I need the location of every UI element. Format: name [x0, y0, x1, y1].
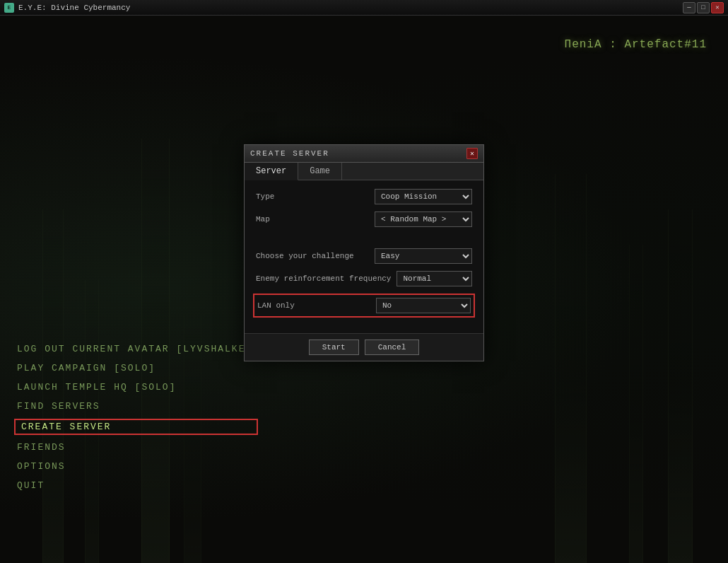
field-type: Type Coop Mission Deathmatch Team Deathm…	[256, 189, 472, 204]
select-reinforce[interactable]: Low Normal High	[397, 271, 472, 286]
label-type: Type	[256, 192, 369, 201]
dialog-title: CREATE SERVER	[250, 149, 329, 158]
select-challenge[interactable]: Easy Normal Hard	[375, 248, 472, 264]
label-lan: LAN only	[257, 301, 370, 310]
tab-server[interactable]: Server	[245, 163, 298, 180]
cancel-button[interactable]: Cancel	[365, 339, 420, 355]
field-lan: LAN only No Yes	[253, 294, 475, 318]
title-bar: E E.Y.E: Divine Cybermancy — □ ✕	[0, 0, 728, 16]
title-bar-left: E E.Y.E: Divine Cybermancy	[4, 3, 130, 13]
minimize-button[interactable]: —	[683, 2, 695, 13]
app-title: E.Y.E: Divine Cybermancy	[18, 4, 130, 12]
select-lan[interactable]: No Yes	[376, 298, 471, 313]
dialog-close-button[interactable]: ✕	[466, 148, 478, 159]
dialog-titlebar: CREATE SERVER ✕	[245, 145, 483, 163]
tab-game[interactable]: Game	[298, 163, 342, 180]
field-challenge: Choose your challenge Easy Normal Hard	[256, 248, 472, 264]
field-reinforce: Enemy reinforcement frequency Low Normal…	[256, 271, 472, 286]
dialog-overlay: CREATE SERVER ✕ Server Game Type Coop Mi…	[0, 31, 728, 563]
close-button[interactable]: ✕	[711, 2, 724, 13]
game-background: ΠeniA : Artefact#11 LOG OUT CURRENT AVAT…	[0, 16, 728, 563]
app-icon: E	[4, 3, 14, 13]
spacer	[256, 234, 472, 248]
label-reinforce: Enemy reinforcement frequency	[256, 274, 391, 283]
start-button[interactable]: Start	[309, 339, 359, 355]
field-map: Map < Random Map > Map 1 Map 2	[256, 211, 472, 227]
label-map: Map	[256, 215, 369, 224]
select-map[interactable]: < Random Map > Map 1 Map 2	[375, 211, 472, 227]
create-server-dialog: CREATE SERVER ✕ Server Game Type Coop Mi…	[244, 144, 484, 361]
dialog-footer: Start Cancel	[245, 333, 483, 361]
maximize-button[interactable]: □	[697, 2, 710, 13]
dialog-body: Type Coop Mission Deathmatch Team Deathm…	[245, 180, 483, 333]
dialog-tabs: Server Game	[245, 163, 483, 180]
select-type[interactable]: Coop Mission Deathmatch Team Deathmatch	[375, 189, 472, 204]
label-challenge: Choose your challenge	[256, 252, 369, 260]
window-controls: — □ ✕	[683, 2, 724, 13]
